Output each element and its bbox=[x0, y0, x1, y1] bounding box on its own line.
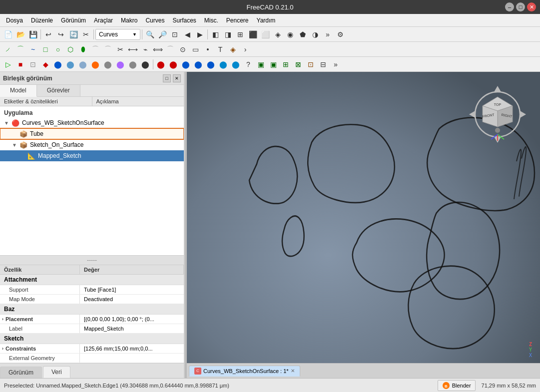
tb2-rect[interactable]: ▭ bbox=[189, 43, 201, 55]
minimize-button[interactable]: – bbox=[505, 2, 514, 11]
menu-araclar[interactable]: Araçlar bbox=[90, 16, 117, 25]
tb2-line[interactable]: ⟋ bbox=[2, 43, 14, 55]
tb2-circle[interactable]: ○ bbox=[52, 43, 64, 55]
tb3-play[interactable]: ▷ bbox=[2, 58, 14, 70]
tb3-tool18[interactable]: ? bbox=[242, 58, 254, 70]
menu-pencere[interactable]: Pencere bbox=[222, 16, 253, 25]
nav-cube[interactable]: TOP RIGHT FRONT bbox=[465, 82, 530, 147]
tb3-tool4[interactable]: ⬤ bbox=[64, 58, 76, 70]
tb-cut[interactable]: ✂ bbox=[80, 28, 92, 40]
props-row-placement[interactable]: ›Placement [(0,00 0,00 1,00); 0,00 °; (0… bbox=[0, 315, 184, 324]
tree-area[interactable]: Uygulama ▼ 🔴 Curves_WB_SketchOnSurface 📦… bbox=[0, 106, 184, 255]
tb-save[interactable]: 💾 bbox=[27, 28, 39, 40]
tb3-tool23[interactable]: ⊡ bbox=[305, 58, 317, 70]
menu-curves[interactable]: Curves bbox=[141, 16, 168, 25]
tb-view8[interactable]: ⬟ bbox=[297, 28, 309, 40]
tb-back[interactable]: ◀ bbox=[181, 28, 193, 40]
tb-open[interactable]: 📂 bbox=[14, 28, 26, 40]
vp-tab-close[interactable]: ✕ bbox=[291, 368, 295, 374]
tb3-tool10[interactable]: ⬤ bbox=[139, 58, 151, 70]
tb3-tool9[interactable]: ⬤ bbox=[127, 58, 139, 70]
tree-expand-root[interactable]: ▼ bbox=[4, 120, 11, 126]
vp-tab-main[interactable]: C Curves_WB_SketchOnSurface : 1* ✕ bbox=[189, 366, 300, 377]
tb-view4[interactable]: ⬛ bbox=[247, 28, 259, 40]
tab-gorevler[interactable]: Görevler bbox=[37, 85, 80, 96]
tb-view9[interactable]: ◑ bbox=[309, 28, 321, 40]
tb3-tool19[interactable]: ▣ bbox=[255, 58, 267, 70]
tb3-chevron[interactable]: » bbox=[330, 58, 342, 70]
props-row-extgeom[interactable]: External Geometry bbox=[0, 354, 184, 363]
tb-view7[interactable]: ◉ bbox=[284, 28, 296, 40]
tb-new[interactable]: 📄 bbox=[2, 28, 14, 40]
tb2-split[interactable]: ⌁ bbox=[139, 43, 151, 55]
tb2-constr[interactable]: ◈ bbox=[227, 43, 239, 55]
props-row-mapmode[interactable]: Map Mode Deactivated bbox=[0, 295, 184, 304]
tb3-tool5[interactable]: ⬤ bbox=[77, 58, 89, 70]
panel-close-btn[interactable]: ✕ bbox=[173, 74, 181, 82]
panel-expand-btn[interactable]: □ bbox=[163, 74, 171, 82]
tb3-tool7[interactable]: ⬤ bbox=[102, 58, 114, 70]
tb3-tool15[interactable]: ⬤ bbox=[205, 58, 217, 70]
tb-zoom-in[interactable]: 🔍 bbox=[144, 28, 156, 40]
tb2-fillet[interactable]: ⌒ bbox=[102, 43, 114, 55]
tab-gorunum[interactable]: Görünüm bbox=[0, 367, 42, 378]
blender-button[interactable]: B Blender bbox=[438, 380, 476, 391]
tb2-text[interactable]: T bbox=[214, 43, 226, 55]
tree-item-sketch-on-surface[interactable]: ▼ 📦 Sketch_On_Surface bbox=[0, 139, 184, 150]
tb2-slot[interactable]: ⬮ bbox=[77, 43, 89, 55]
menu-gorunum[interactable]: Görünüm bbox=[57, 16, 90, 25]
tree-item-tube[interactable]: 📦 Tube bbox=[0, 128, 184, 139]
tb3-tool16[interactable]: ⬤ bbox=[217, 58, 229, 70]
close-button[interactable]: ✕ bbox=[527, 2, 536, 11]
tb3-stop[interactable]: ■ bbox=[14, 58, 26, 70]
tb2-trim[interactable]: ✂ bbox=[114, 43, 126, 55]
tb2-chamfer[interactable]: ⌒ bbox=[89, 43, 101, 55]
tb-view6[interactable]: ◈ bbox=[272, 28, 284, 40]
tb3-tool12[interactable]: ⬤ bbox=[167, 58, 179, 70]
tb-fit[interactable]: ⊡ bbox=[169, 28, 181, 40]
menu-surfaces[interactable]: Surfaces bbox=[168, 16, 200, 25]
props-row-label[interactable]: Label Mapped_Sketch bbox=[0, 324, 184, 334]
viewport[interactable]: TOP RIGHT FRONT Z Y X C Curves_WB_Sketch… bbox=[187, 72, 540, 378]
tb2-arc[interactable]: ⌒ bbox=[14, 43, 26, 55]
menu-makro[interactable]: Makro bbox=[117, 16, 141, 25]
tab-model[interactable]: Model bbox=[0, 85, 37, 97]
workbench-dropdown[interactable]: Curves bbox=[95, 29, 140, 40]
tb2-mirror[interactable]: ⟺ bbox=[152, 43, 164, 55]
tb3-tool17[interactable]: ⬤ bbox=[230, 58, 242, 70]
props-row-constraints[interactable]: ›Constraints [125,66 mm;15,00 mm;0,0... bbox=[0, 344, 184, 354]
tb3-tool20[interactable]: ▣ bbox=[267, 58, 279, 70]
tb2-extend[interactable]: ⟷ bbox=[127, 43, 139, 55]
tb3-tool11[interactable]: ⬤ bbox=[155, 58, 167, 70]
tb3-tool2[interactable]: ◆ bbox=[39, 58, 51, 70]
tb-undo[interactable]: ↩ bbox=[42, 28, 54, 40]
tb-view1[interactable]: ◧ bbox=[209, 28, 221, 40]
tree-item-root[interactable]: ▼ 🔴 Curves_WB_SketchOnSurface bbox=[0, 117, 184, 128]
menu-misc[interactable]: Misc. bbox=[200, 16, 222, 25]
tree-expand-sos[interactable]: ▼ bbox=[12, 142, 19, 148]
tb2-poly[interactable]: □ bbox=[39, 43, 51, 55]
tb3-tool24[interactable]: ⊟ bbox=[317, 58, 329, 70]
menu-yardim[interactable]: Yardım bbox=[253, 16, 280, 25]
tb3-tool14[interactable]: ⬤ bbox=[192, 58, 204, 70]
tb-more[interactable]: » bbox=[322, 28, 334, 40]
tb3-tool13[interactable]: ⬤ bbox=[180, 58, 192, 70]
tb-view2[interactable]: ◨ bbox=[222, 28, 234, 40]
tb-forward[interactable]: ▶ bbox=[194, 28, 206, 40]
tb3-tool21[interactable]: ⊞ bbox=[280, 58, 292, 70]
tb-refresh[interactable]: 🔄 bbox=[67, 28, 79, 40]
tb-zoom-out[interactable]: 🔎 bbox=[156, 28, 168, 40]
tb3-tool3[interactable]: ⬤ bbox=[52, 58, 64, 70]
tb2-polar[interactable]: ⊙ bbox=[177, 43, 189, 55]
tb-settings[interactable]: ⚙ bbox=[334, 28, 346, 40]
tb3-tool1[interactable]: ⊡ bbox=[27, 58, 39, 70]
tb2-point[interactable]: • bbox=[202, 43, 214, 55]
tab-veri[interactable]: Veri bbox=[43, 366, 70, 378]
tb3-tool8[interactable]: ⬤ bbox=[114, 58, 126, 70]
tb-view5[interactable]: ⬜ bbox=[259, 28, 271, 40]
tb3-tool22[interactable]: ⊠ bbox=[292, 58, 304, 70]
tb-view3[interactable]: ⊞ bbox=[234, 28, 246, 40]
tb2-hex[interactable]: ⬡ bbox=[64, 43, 76, 55]
divider[interactable]: ----- bbox=[0, 255, 184, 265]
props-row-support[interactable]: Support Tube [Face1] bbox=[0, 285, 184, 295]
